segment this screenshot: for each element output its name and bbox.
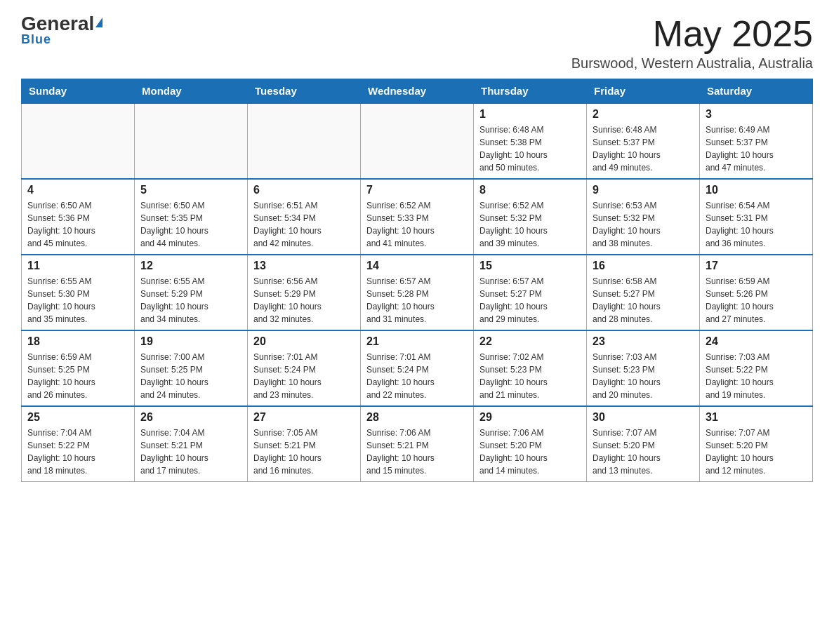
calendar-cell: 17Sunrise: 6:59 AM Sunset: 5:26 PM Dayli… bbox=[700, 255, 813, 330]
day-number: 1 bbox=[479, 108, 581, 121]
calendar-cell: 12Sunrise: 6:55 AM Sunset: 5:29 PM Dayli… bbox=[135, 255, 248, 330]
day-number: 27 bbox=[253, 411, 355, 424]
day-number: 13 bbox=[253, 260, 355, 272]
calendar-week-row: 1Sunrise: 6:48 AM Sunset: 5:38 PM Daylig… bbox=[22, 103, 813, 179]
day-number: 7 bbox=[366, 184, 468, 196]
day-info: Sunrise: 6:52 AM Sunset: 5:33 PM Dayligh… bbox=[366, 199, 468, 250]
day-info: Sunrise: 6:58 AM Sunset: 5:27 PM Dayligh… bbox=[593, 275, 694, 326]
calendar-cell: 21Sunrise: 7:01 AM Sunset: 5:24 PM Dayli… bbox=[361, 330, 474, 406]
calendar-cell: 15Sunrise: 6:57 AM Sunset: 5:27 PM Dayli… bbox=[474, 255, 587, 330]
day-number: 20 bbox=[253, 335, 355, 348]
day-info: Sunrise: 7:06 AM Sunset: 5:20 PM Dayligh… bbox=[479, 427, 581, 477]
logo-text: General bbox=[21, 14, 102, 34]
day-number: 16 bbox=[593, 260, 694, 272]
day-number: 19 bbox=[140, 335, 241, 348]
day-info: Sunrise: 6:55 AM Sunset: 5:29 PM Dayligh… bbox=[140, 275, 241, 326]
calendar-cell: 26Sunrise: 7:04 AM Sunset: 5:21 PM Dayli… bbox=[135, 406, 248, 482]
calendar-week-row: 4Sunrise: 6:50 AM Sunset: 5:36 PM Daylig… bbox=[22, 179, 813, 255]
calendar-cell: 8Sunrise: 6:52 AM Sunset: 5:32 PM Daylig… bbox=[474, 179, 587, 255]
day-info: Sunrise: 6:53 AM Sunset: 5:32 PM Dayligh… bbox=[593, 199, 694, 250]
calendar-cell: 6Sunrise: 6:51 AM Sunset: 5:34 PM Daylig… bbox=[248, 179, 361, 255]
day-number: 23 bbox=[593, 335, 694, 348]
day-info: Sunrise: 7:02 AM Sunset: 5:23 PM Dayligh… bbox=[479, 351, 581, 401]
logo-underline: Blue bbox=[21, 32, 51, 47]
calendar-cell: 13Sunrise: 6:56 AM Sunset: 5:29 PM Dayli… bbox=[248, 255, 361, 330]
day-info: Sunrise: 7:07 AM Sunset: 5:20 PM Dayligh… bbox=[593, 427, 694, 477]
day-number: 26 bbox=[140, 411, 241, 424]
day-number: 12 bbox=[140, 260, 241, 272]
calendar-cell: 20Sunrise: 7:01 AM Sunset: 5:24 PM Dayli… bbox=[248, 330, 361, 406]
day-number: 28 bbox=[366, 411, 468, 424]
day-of-week-header: Thursday bbox=[474, 79, 587, 104]
calendar-cell bbox=[22, 103, 135, 179]
title-area: May 2025 Burswood, Western Australia, Au… bbox=[571, 14, 813, 72]
day-info: Sunrise: 6:49 AM Sunset: 5:37 PM Dayligh… bbox=[706, 123, 807, 174]
location: Burswood, Western Australia, Australia bbox=[571, 55, 813, 72]
day-of-week-header: Monday bbox=[135, 79, 248, 104]
day-number: 15 bbox=[479, 260, 581, 272]
calendar-cell: 24Sunrise: 7:03 AM Sunset: 5:22 PM Dayli… bbox=[700, 330, 813, 406]
calendar-cell: 27Sunrise: 7:05 AM Sunset: 5:21 PM Dayli… bbox=[248, 406, 361, 482]
day-info: Sunrise: 7:04 AM Sunset: 5:22 PM Dayligh… bbox=[27, 427, 128, 477]
logo: General Blue bbox=[21, 14, 102, 47]
day-number: 9 bbox=[593, 184, 694, 196]
day-info: Sunrise: 6:48 AM Sunset: 5:38 PM Dayligh… bbox=[479, 123, 581, 174]
calendar-cell: 4Sunrise: 6:50 AM Sunset: 5:36 PM Daylig… bbox=[22, 179, 135, 255]
day-of-week-header: Tuesday bbox=[248, 79, 361, 104]
day-info: Sunrise: 6:52 AM Sunset: 5:32 PM Dayligh… bbox=[479, 199, 581, 250]
day-info: Sunrise: 6:57 AM Sunset: 5:28 PM Dayligh… bbox=[366, 275, 468, 326]
calendar-week-row: 18Sunrise: 6:59 AM Sunset: 5:25 PM Dayli… bbox=[22, 330, 813, 406]
day-info: Sunrise: 7:03 AM Sunset: 5:23 PM Dayligh… bbox=[593, 351, 694, 401]
day-info: Sunrise: 7:07 AM Sunset: 5:20 PM Dayligh… bbox=[706, 427, 807, 477]
day-info: Sunrise: 6:51 AM Sunset: 5:34 PM Dayligh… bbox=[253, 199, 355, 250]
day-number: 5 bbox=[140, 184, 241, 196]
day-info: Sunrise: 7:06 AM Sunset: 5:21 PM Dayligh… bbox=[366, 427, 468, 477]
day-info: Sunrise: 6:56 AM Sunset: 5:29 PM Dayligh… bbox=[253, 275, 355, 326]
calendar-cell: 11Sunrise: 6:55 AM Sunset: 5:30 PM Dayli… bbox=[22, 255, 135, 330]
day-info: Sunrise: 7:05 AM Sunset: 5:21 PM Dayligh… bbox=[253, 427, 355, 477]
day-number: 31 bbox=[706, 411, 807, 424]
calendar-cell: 5Sunrise: 6:50 AM Sunset: 5:35 PM Daylig… bbox=[135, 179, 248, 255]
calendar-cell: 3Sunrise: 6:49 AM Sunset: 5:37 PM Daylig… bbox=[700, 103, 813, 179]
day-number: 30 bbox=[593, 411, 694, 424]
day-info: Sunrise: 7:01 AM Sunset: 5:24 PM Dayligh… bbox=[253, 351, 355, 401]
calendar-table: SundayMondayTuesdayWednesdayThursdayFrid… bbox=[21, 79, 813, 482]
calendar-header-row: SundayMondayTuesdayWednesdayThursdayFrid… bbox=[22, 79, 813, 104]
calendar-cell bbox=[135, 103, 248, 179]
day-number: 10 bbox=[706, 184, 807, 196]
day-info: Sunrise: 7:03 AM Sunset: 5:22 PM Dayligh… bbox=[706, 351, 807, 401]
calendar-cell: 1Sunrise: 6:48 AM Sunset: 5:38 PM Daylig… bbox=[474, 103, 587, 179]
calendar-cell: 9Sunrise: 6:53 AM Sunset: 5:32 PM Daylig… bbox=[587, 179, 700, 255]
day-info: Sunrise: 6:48 AM Sunset: 5:37 PM Dayligh… bbox=[593, 123, 694, 174]
day-info: Sunrise: 7:04 AM Sunset: 5:21 PM Dayligh… bbox=[140, 427, 241, 477]
calendar-cell: 2Sunrise: 6:48 AM Sunset: 5:37 PM Daylig… bbox=[587, 103, 700, 179]
calendar-cell: 7Sunrise: 6:52 AM Sunset: 5:33 PM Daylig… bbox=[361, 179, 474, 255]
calendar-cell: 22Sunrise: 7:02 AM Sunset: 5:23 PM Dayli… bbox=[474, 330, 587, 406]
day-number: 3 bbox=[706, 108, 807, 121]
page-header: General Blue May 2025 Burswood, Western … bbox=[21, 14, 813, 72]
day-info: Sunrise: 6:57 AM Sunset: 5:27 PM Dayligh… bbox=[479, 275, 581, 326]
calendar-cell bbox=[248, 103, 361, 179]
day-number: 11 bbox=[27, 260, 128, 272]
calendar-week-row: 25Sunrise: 7:04 AM Sunset: 5:22 PM Dayli… bbox=[22, 406, 813, 482]
day-number: 14 bbox=[366, 260, 468, 272]
month-title: May 2025 bbox=[571, 14, 813, 54]
day-of-week-header: Saturday bbox=[700, 79, 813, 104]
day-of-week-header: Friday bbox=[587, 79, 700, 104]
calendar-week-row: 11Sunrise: 6:55 AM Sunset: 5:30 PM Dayli… bbox=[22, 255, 813, 330]
day-number: 21 bbox=[366, 335, 468, 348]
day-info: Sunrise: 6:59 AM Sunset: 5:26 PM Dayligh… bbox=[706, 275, 807, 326]
day-number: 29 bbox=[479, 411, 581, 424]
calendar-cell: 25Sunrise: 7:04 AM Sunset: 5:22 PM Dayli… bbox=[22, 406, 135, 482]
day-info: Sunrise: 6:59 AM Sunset: 5:25 PM Dayligh… bbox=[27, 351, 128, 401]
day-info: Sunrise: 6:55 AM Sunset: 5:30 PM Dayligh… bbox=[27, 275, 128, 326]
calendar-cell: 30Sunrise: 7:07 AM Sunset: 5:20 PM Dayli… bbox=[587, 406, 700, 482]
day-of-week-header: Sunday bbox=[22, 79, 135, 104]
calendar-cell: 28Sunrise: 7:06 AM Sunset: 5:21 PM Dayli… bbox=[361, 406, 474, 482]
day-info: Sunrise: 6:54 AM Sunset: 5:31 PM Dayligh… bbox=[706, 199, 807, 250]
day-number: 4 bbox=[27, 184, 128, 196]
calendar-cell: 29Sunrise: 7:06 AM Sunset: 5:20 PM Dayli… bbox=[474, 406, 587, 482]
calendar-cell: 14Sunrise: 6:57 AM Sunset: 5:28 PM Dayli… bbox=[361, 255, 474, 330]
day-number: 2 bbox=[593, 108, 694, 121]
day-number: 18 bbox=[27, 335, 128, 348]
